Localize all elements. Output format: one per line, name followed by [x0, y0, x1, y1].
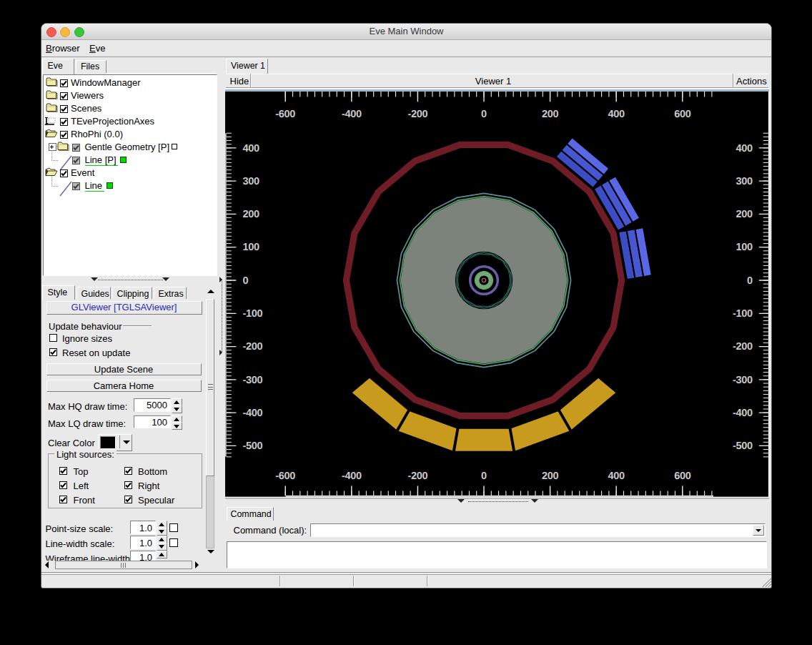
svg-text:0: 0: [481, 109, 487, 120]
svg-text:-300: -300: [733, 375, 753, 386]
svg-text:600: 600: [674, 471, 691, 482]
svg-text:-200: -200: [243, 341, 263, 353]
svg-text:-500: -500: [243, 440, 263, 452]
svg-text:300: 300: [736, 176, 753, 187]
svg-text:-600: -600: [275, 471, 295, 482]
svg-text:200: 200: [243, 209, 260, 220]
svg-text:100: 100: [736, 242, 753, 253]
svg-text:300: 300: [243, 176, 260, 187]
svg-text:-300: -300: [243, 375, 263, 386]
svg-text:100: 100: [243, 242, 260, 253]
svg-text:400: 400: [608, 109, 625, 120]
svg-text:-200: -200: [733, 341, 753, 353]
svg-text:200: 200: [736, 209, 753, 220]
svg-text:-400: -400: [342, 109, 362, 120]
svg-text:200: 200: [542, 471, 559, 482]
svg-text:-100: -100: [243, 308, 263, 320]
svg-text:0: 0: [747, 275, 753, 287]
svg-text:-200: -200: [407, 471, 427, 482]
svg-text:-400: -400: [342, 471, 362, 482]
svg-text:-600: -600: [275, 109, 295, 120]
svg-text:0: 0: [243, 275, 249, 287]
svg-text:200: 200: [542, 109, 559, 120]
svg-text:-200: -200: [407, 109, 427, 120]
svg-text:600: 600: [674, 109, 691, 120]
svg-text:400: 400: [736, 143, 753, 154]
svg-text:-100: -100: [733, 308, 753, 320]
svg-text:-500: -500: [733, 440, 753, 452]
svg-text:400: 400: [608, 471, 625, 482]
svg-text:-400: -400: [733, 408, 753, 419]
svg-text:-400: -400: [243, 408, 263, 419]
svg-text:400: 400: [243, 143, 260, 154]
svg-text:0: 0: [481, 471, 487, 482]
